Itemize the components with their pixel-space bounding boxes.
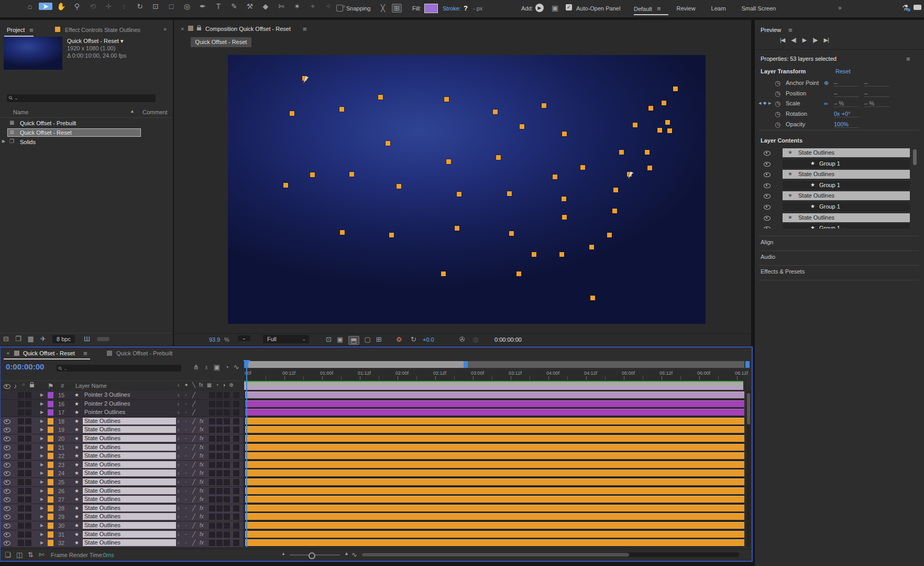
layer-duration-bar[interactable] [245, 426, 744, 433]
reset-link[interactable]: Reset [835, 68, 851, 74]
layer-row[interactable]: ▶ 19 ★ State Outlines ♁ ◦ ╱ fx [1, 426, 243, 434]
tool-icon[interactable]: ↕ [117, 3, 131, 10]
layer-name[interactable]: State Outlines [83, 487, 176, 494]
layer-label-swatch[interactable] [48, 505, 53, 511]
layer-name[interactable]: State Outlines [83, 426, 176, 433]
fx-switch[interactable]: fx [200, 505, 204, 511]
transform-label[interactable]: Rotation [786, 111, 807, 117]
scatter-square[interactable] [290, 111, 294, 116]
eye-icon[interactable] [4, 419, 10, 424]
keyframe-icon[interactable]: ◆ [763, 101, 766, 105]
eye-icon[interactable] [4, 480, 10, 485]
transform-label[interactable]: Scale [786, 100, 800, 106]
layer-label-swatch[interactable] [48, 409, 53, 416]
scatter-square[interactable] [589, 245, 594, 249]
shy-switch[interactable]: ♁ [177, 427, 181, 432]
tool-icon[interactable]: ✛ [102, 3, 115, 10]
layer-row[interactable]: ▶ 15 ★ Pointer 3 Outlines ♁ ◦ ╱ fx [1, 391, 243, 400]
expand-chevron-icon[interactable]: ▶ [40, 497, 43, 502]
layer-label-swatch[interactable] [48, 514, 53, 520]
section-header[interactable]: Effects & Presets [755, 265, 924, 280]
first-frame-button[interactable]: |◀ [780, 37, 785, 43]
viewer-tab-title[interactable]: Composition Quick Offset - Reset [205, 26, 291, 32]
layer-label-swatch[interactable] [48, 418, 53, 424]
scatter-square[interactable] [446, 159, 451, 164]
playhead-handle[interactable] [243, 360, 250, 369]
viewer-tab-close-icon[interactable]: × [181, 26, 184, 32]
eye-icon[interactable] [764, 183, 771, 188]
scatter-square[interactable] [532, 252, 536, 257]
proxy-icon[interactable]: ✈ [40, 335, 46, 342]
layer-label-swatch[interactable] [48, 453, 53, 459]
tool-icon[interactable]: ↻ [133, 3, 147, 10]
timeline-hscrollbar[interactable] [362, 552, 739, 557]
eye-icon[interactable] [4, 524, 10, 528]
tool-icon[interactable]: ✧ [322, 3, 335, 10]
collapse-switch[interactable]: ◦ [185, 540, 187, 546]
expand-chevron-icon[interactable]: ▶ [40, 541, 43, 545]
layer-name[interactable]: State Outlines [83, 522, 176, 529]
layer-duration-bar[interactable] [245, 391, 744, 398]
tool-icon[interactable]: ⚒ [243, 3, 257, 10]
grid-snap-icon[interactable]: ⊞ [392, 4, 402, 13]
fx-switch[interactable]: fx [200, 436, 204, 441]
layer-duration-bar[interactable] [245, 409, 744, 416]
shy-layers-icon[interactable]: ♁ [204, 364, 209, 371]
shy-switch-icon[interactable]: ♁ [177, 383, 181, 388]
transparency-grid-icon[interactable]: ⬒ [348, 336, 359, 345]
timeline-tab-menu-icon[interactable]: ≡ [83, 350, 87, 357]
shy-switch[interactable]: ♁ [177, 401, 181, 407]
quality-switch[interactable]: ╱ [192, 505, 195, 511]
collapse-switch[interactable]: ◦ [185, 523, 187, 528]
scatter-square[interactable] [607, 233, 612, 237]
work-area-track[interactable] [244, 361, 744, 368]
stopwatch-icon[interactable]: ◷ [775, 90, 780, 97]
snapshot-camera-icon[interactable]: ✇ [459, 336, 465, 343]
scatter-square[interactable] [520, 124, 524, 129]
layer-row[interactable]: ▶ 21 ★ State Outlines ♁ ◦ ╱ fx [1, 443, 243, 452]
frame-blending-icon[interactable]: ▣ [214, 364, 220, 371]
workspace-tab[interactable]: Small Screen ≡ [742, 5, 776, 12]
tool-icon[interactable]: ✋ [54, 3, 68, 10]
bpc-button[interactable]: 8 bpc [52, 335, 75, 343]
layer-duration-bar[interactable] [245, 461, 744, 468]
shy-switch[interactable]: ♁ [177, 453, 181, 459]
column-comment[interactable]: Comment [142, 109, 168, 115]
resolution-dropdown[interactable]: Full ⌄ [263, 335, 309, 343]
scatter-square[interactable] [562, 215, 567, 220]
quality-switch[interactable]: ╱ [192, 488, 195, 494]
eye-icon[interactable] [764, 194, 771, 199]
comp-breadcrumb-chip[interactable]: Quick Offset - Reset [191, 37, 251, 47]
expand-chevron-icon[interactable]: ▶ [40, 506, 43, 510]
lock-icon[interactable] [197, 27, 201, 30]
zoom-out-mountain-icon[interactable]: ▲ [281, 552, 285, 556]
workspace-tab[interactable]: Review ≡ [677, 5, 696, 12]
layer-duration-bar[interactable] [245, 539, 744, 546]
exposure-reset-icon[interactable]: ↻ [411, 336, 416, 343]
layer-row[interactable]: ▶ 23 ★ State Outlines ♁ ◦ ╱ fx [1, 461, 243, 470]
quality-switch[interactable]: ╱ [192, 401, 195, 407]
fill-swatch[interactable] [424, 4, 438, 13]
last-frame-button[interactable]: ▶| [823, 37, 828, 43]
shy-switch[interactable]: ♁ [177, 514, 181, 519]
tool-icon[interactable]: ⌂ [23, 3, 37, 10]
layer-name[interactable]: Pointer 3 Outlines [83, 391, 176, 398]
mask-visibility-icon[interactable]: ▢ [365, 336, 371, 345]
link-icon[interactable]: ∞ [824, 100, 828, 106]
scatter-square[interactable] [645, 150, 650, 155]
transform-label[interactable]: Position [786, 90, 806, 96]
collapse-switch[interactable]: ◦ [185, 505, 187, 511]
scatter-square[interactable] [386, 141, 390, 146]
value-field-2[interactable]: – [864, 80, 889, 86]
scatter-square[interactable] [633, 123, 637, 127]
layer-name[interactable]: State Outlines [83, 531, 176, 538]
expand-chevron-icon[interactable]: ▶ [40, 437, 43, 441]
scatter-square[interactable] [580, 165, 585, 170]
collapse-switch[interactable]: ◦ [185, 470, 187, 476]
layer-row[interactable]: ▶ 31 ★ State Outlines ♁ ◦ ╱ fx [1, 530, 243, 539]
add-play-icon[interactable]: ▶ [535, 4, 544, 12]
layer-row[interactable]: ▶ 32 ★ State Outlines ♁ ◦ ╱ fx [1, 539, 243, 548]
scatter-square[interactable] [648, 106, 653, 111]
project-item-row[interactable]: ▶ ▦ Quick Offset - Prebuilt [0, 119, 173, 128]
tool-icon[interactable]: ⟲ [86, 3, 100, 10]
